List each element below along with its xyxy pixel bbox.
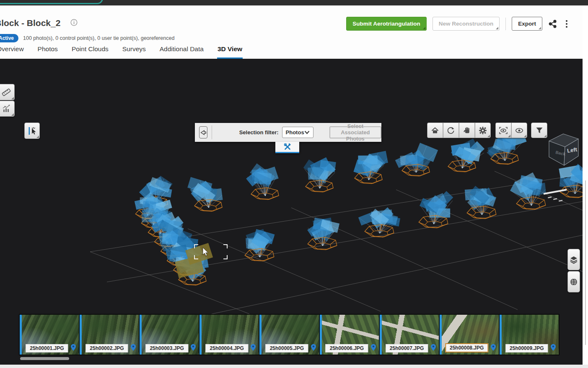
thumbnail-selected-bar [380,315,382,355]
submit-aerotriangulation-button[interactable]: Submit Aerotriangulation [346,17,427,31]
browser-top-bar [0,0,588,5]
photo-thumbnail[interactable]: 25h00001.JPG [20,315,79,355]
photo-filename-label: 25h00005.JPG [266,344,308,352]
navigation-cube[interactable]: Back Left [543,128,582,170]
photo-filename-label: 25h00003.JPG [145,344,188,352]
geolocation-pin-icon [551,344,556,352]
pan-hand-button[interactable] [459,123,475,138]
visibility-eye-button[interactable] [511,123,527,138]
export-button[interactable]: Export [512,17,542,31]
selection-filter-label: Selection filter: [239,129,279,136]
chevron-down-icon [304,130,310,134]
block-meta-text: 100 photo(s), 0 control point(s), 0 user… [23,35,174,41]
thumbnail-selected-bar [20,315,22,355]
app-window: Block - Block_2 Active 100 photo(s), 0 c… [0,0,588,368]
filter-bar-divider [212,125,212,139]
select-associated-photos-button[interactable]: Select Associated Photos [329,126,381,138]
photo-filename-label: 25h00008.JPG [445,343,488,352]
photo-filename-label: 25h00009.JPG [505,344,548,352]
photo-filename-label: 25h00007.JPG [386,344,428,352]
camera-cluster[interactable] [419,191,453,228]
thumbnail-selected-bar [80,315,82,355]
photo-filename-label: 25h00002.JPG [85,344,128,352]
camera-cluster[interactable] [510,172,546,209]
measure-tool-button[interactable] [0,84,15,100]
page-right-gutter [583,5,588,368]
photo-filename-label: 25h00001.JPG [26,344,68,352]
page-bottom-strip [0,365,588,368]
tab-additional-data[interactable]: Additional Data [159,42,204,59]
new-reconstruction-button[interactable]: New Reconstruction [433,17,500,31]
photo-thumbnail[interactable]: 25h00009.JPG [500,315,559,355]
zoom-to-selection-button[interactable] [495,123,511,138]
home-view-button[interactable] [427,123,443,138]
photo-thumbnail[interactable]: 25h00006.JPG [320,315,379,355]
selection-filter-bar: Selection filter: Photos Select Associat… [195,123,381,142]
actions-divider [505,18,506,30]
geolocation-pin-icon [131,344,136,352]
camera-cluster[interactable] [358,207,400,237]
tab-bar: OverviewPhotosPoint CloudsSurveysAdditio… [0,42,243,59]
page-scrollbar[interactable] [585,180,586,345]
photo-thumbnail[interactable]: 25h00007.JPG [380,315,439,355]
thumbnail-selected-bar [140,315,142,355]
photo-thumbnail[interactable]: 25h00002.JPG [80,315,139,355]
page-title: Block - Block_2 [0,18,60,28]
geolocation-pin-icon [371,344,376,352]
selection-filter-dropdown[interactable]: Photos [282,127,313,138]
photo-thumbnail[interactable]: 25h00003.JPG [140,315,199,355]
visibility-toolbar [495,123,527,138]
camera-cluster[interactable] [187,177,223,211]
globe-button[interactable] [567,271,580,292]
thumbnail-selected-bar [440,315,442,355]
camera-cluster[interactable] [395,143,438,176]
geolocation-pin-icon [71,344,76,352]
status-badge: Active [0,34,18,42]
photo-thumbnail[interactable]: 25h00008.JPG [440,315,499,355]
orbit-button[interactable] [443,123,459,138]
tab-surveys[interactable]: Surveys [122,42,146,59]
statistics-tool-button[interactable] [0,101,15,117]
geolocation-pin-icon [251,344,256,352]
thumbnail-selected-bar [199,315,202,355]
tools-icon [283,143,292,151]
thumbnail-selected-bar [259,315,262,355]
camera-cluster[interactable] [448,138,484,172]
camera-cluster[interactable] [353,151,388,184]
layers-button[interactable] [567,249,580,270]
info-icon[interactable] [70,19,78,28]
photo-filename-label: 25h00006.JPG [326,344,368,352]
photo-filmstrip: 25h00001.JPG25h00002.JPG25h00003.JPG25h0… [19,314,560,355]
thumbnail-selected-bar [500,315,502,355]
tab-overview[interactable]: Overview [0,42,24,59]
camera-cluster[interactable] [303,157,336,192]
tools-tab[interactable] [275,142,299,153]
share-icon[interactable] [548,19,557,29]
collapse-toolbar-button[interactable] [199,126,207,138]
photo-thumbnail[interactable]: 25h00005.JPG [259,315,319,355]
block-header: Block - Block_2 Active 100 photo(s), 0 c… [0,5,583,59]
geolocation-pin-icon [491,344,496,352]
more-options-icon[interactable] [563,19,570,29]
filmstrip-scrollbar[interactable] [20,357,69,360]
select-tool-button[interactable] [24,123,40,139]
tab-point-clouds[interactable]: Point Clouds [71,42,109,59]
photo-thumbnail[interactable]: 25h00004.JPG [199,315,259,355]
camera-cluster[interactable] [465,186,496,219]
viewport-3d[interactable]: Selection filter: Photos Select Associat… [0,59,583,365]
thumbnail-selected-bar [320,315,322,355]
tab-3d-view[interactable]: 3D View [217,42,243,59]
navigation-toolbar [427,123,491,138]
geolocation-pin-icon [431,344,436,352]
tab-photos[interactable]: Photos [37,42,58,59]
camera-cluster[interactable] [246,163,279,199]
recording-overlay-frame [0,0,103,4]
photo-filename-label: 25h00004.JPG [206,344,248,352]
camera-cluster[interactable] [245,229,275,261]
geolocation-pin-icon [191,344,196,352]
settings-gear-button[interactable] [475,123,491,138]
geolocation-pin-icon [311,344,316,352]
header-actions: Submit Aerotriangulation New Reconstruct… [346,17,570,31]
camera-cluster[interactable] [307,217,339,250]
